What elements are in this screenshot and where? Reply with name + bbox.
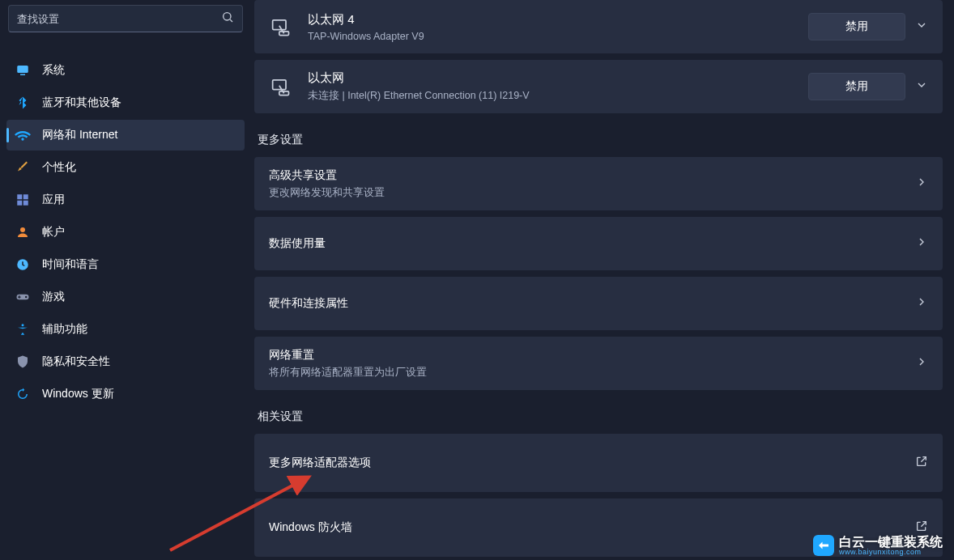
accessibility-icon bbox=[15, 321, 31, 337]
adapter-subtitle: 未连接 | Intel(R) Ethernet Connection (11) … bbox=[308, 89, 808, 103]
main-content: 以太网 4 TAP-Windows Adapter V9 禁用 以太网 未连接 … bbox=[251, 0, 954, 560]
chevron-right-icon bbox=[915, 355, 928, 371]
svg-rect-2 bbox=[17, 66, 28, 73]
sidebar-item-label: 蓝牙和其他设备 bbox=[42, 95, 121, 110]
chevron-right-icon bbox=[915, 295, 928, 312]
svg-point-11 bbox=[25, 296, 28, 299]
shield-icon bbox=[15, 354, 31, 370]
sidebar-item-brush[interactable]: 个性化 bbox=[6, 152, 245, 183]
svg-point-12 bbox=[22, 324, 24, 326]
svg-line-1 bbox=[230, 19, 232, 22]
apps-icon bbox=[15, 192, 31, 208]
svg-point-0 bbox=[224, 13, 231, 20]
sidebar-item-label: Windows 更新 bbox=[42, 387, 114, 401]
sidebar-item-gamepad[interactable]: 游戏 bbox=[6, 282, 245, 312]
sidebar-item-clock[interactable]: 时间和语言 bbox=[6, 249, 245, 280]
adapter-subtitle: TAP-Windows Adapter V9 bbox=[308, 31, 808, 42]
sidebar-item-label: 游戏 bbox=[42, 290, 65, 304]
account-icon bbox=[15, 224, 31, 240]
brush-icon bbox=[15, 159, 31, 176]
clock-icon bbox=[15, 257, 31, 273]
svg-rect-4 bbox=[17, 194, 22, 199]
adapter-title: 以太网 4 bbox=[308, 12, 808, 28]
ethernet-icon bbox=[269, 15, 292, 38]
open-external-icon bbox=[915, 520, 928, 536]
sidebar-item-accessibility[interactable]: 辅助功能 bbox=[6, 314, 245, 345]
adapter-card[interactable]: 以太网 4 TAP-Windows Adapter V9 禁用 bbox=[254, 0, 943, 53]
sidebar: 系统蓝牙和其他设备网络和 Internet个性化应用帐户时间和语言游戏辅助功能隐… bbox=[0, 0, 251, 560]
update-icon bbox=[15, 386, 31, 402]
search-input[interactable] bbox=[17, 13, 221, 25]
svg-rect-7 bbox=[23, 201, 28, 206]
watermark: 白云一键重装系统 www.baiyunxitong.com bbox=[813, 535, 943, 557]
sidebar-item-shield[interactable]: 隐私和安全性 bbox=[6, 346, 245, 377]
svg-rect-5 bbox=[23, 194, 28, 199]
open-external-icon bbox=[915, 455, 928, 471]
ethernet-icon bbox=[269, 75, 292, 98]
chevron-right-icon bbox=[915, 235, 928, 252]
settings-row-hardware-props[interactable]: 硬件和连接属性 bbox=[254, 277, 943, 330]
sidebar-item-wifi[interactable]: 网络和 Internet bbox=[6, 120, 245, 151]
sidebar-item-label: 网络和 Internet bbox=[42, 128, 117, 142]
sidebar-item-label: 系统 bbox=[42, 63, 65, 78]
sidebar-item-label: 应用 bbox=[42, 193, 65, 207]
chevron-right-icon bbox=[915, 176, 928, 192]
sidebar-item-label: 时间和语言 bbox=[42, 257, 99, 272]
settings-row-advanced-sharing[interactable]: 高级共享设置 更改网络发现和共享设置 bbox=[254, 157, 943, 210]
sidebar-item-label: 个性化 bbox=[42, 160, 76, 175]
svg-rect-3 bbox=[20, 74, 25, 76]
adapter-title: 以太网 bbox=[308, 70, 808, 86]
sidebar-item-bluetooth[interactable]: 蓝牙和其他设备 bbox=[6, 87, 245, 118]
sidebar-item-label: 帐户 bbox=[42, 225, 65, 240]
wifi-icon bbox=[15, 127, 31, 143]
sidebar-item-monitor[interactable]: 系统 bbox=[6, 55, 245, 86]
sidebar-item-account[interactable]: 帐户 bbox=[6, 217, 245, 248]
svg-point-8 bbox=[20, 227, 25, 232]
bluetooth-icon bbox=[15, 95, 31, 111]
settings-row-network-reset[interactable]: 网络重置 将所有网络适配器重置为出厂设置 bbox=[254, 337, 943, 390]
section-heading-related: 相关设置 bbox=[258, 409, 943, 424]
disable-button[interactable]: 禁用 bbox=[808, 73, 905, 100]
chevron-down-icon[interactable] bbox=[915, 19, 928, 35]
search-icon bbox=[221, 11, 234, 27]
adapter-card[interactable]: 以太网 未连接 | Intel(R) Ethernet Connection (… bbox=[254, 60, 943, 113]
svg-rect-6 bbox=[17, 201, 22, 206]
watermark-logo-icon bbox=[813, 535, 834, 556]
sidebar-item-update[interactable]: Windows 更新 bbox=[6, 379, 245, 409]
settings-row-more-adapter-options[interactable]: 更多网络适配器选项 bbox=[254, 434, 943, 492]
sidebar-item-apps[interactable]: 应用 bbox=[6, 185, 245, 215]
monitor-icon bbox=[15, 62, 31, 78]
svg-rect-16 bbox=[273, 80, 286, 90]
settings-row-data-usage[interactable]: 数据使用量 bbox=[254, 217, 943, 270]
sidebar-item-label: 隐私和安全性 bbox=[42, 354, 110, 369]
section-heading-more: 更多设置 bbox=[258, 133, 943, 147]
search-box[interactable] bbox=[8, 5, 243, 32]
sidebar-item-label: 辅助功能 bbox=[42, 322, 87, 337]
disable-button[interactable]: 禁用 bbox=[808, 13, 905, 40]
chevron-down-icon[interactable] bbox=[915, 78, 928, 95]
gamepad-icon bbox=[15, 289, 31, 305]
svg-rect-13 bbox=[273, 20, 286, 30]
